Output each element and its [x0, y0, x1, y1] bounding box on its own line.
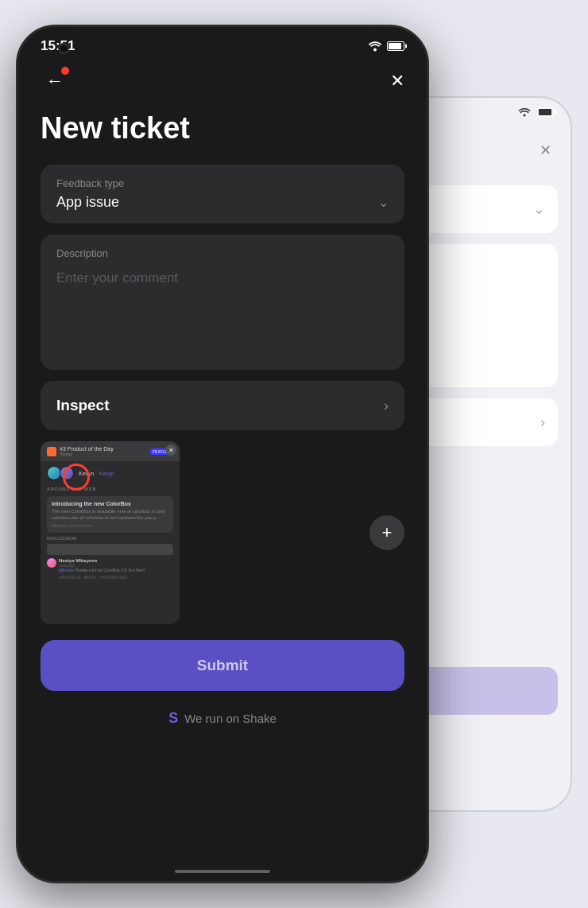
red-highlight-circle — [63, 464, 90, 491]
home-indicator — [175, 870, 270, 873]
mini-article-title: Introducing the new ColorBox — [52, 501, 168, 506]
bg-submit-button — [412, 667, 558, 715]
submit-button[interactable]: Submit — [41, 640, 404, 691]
mini-comment-input — [47, 544, 173, 555]
footer-text: We run on Shake — [184, 712, 277, 725]
mini-discussion-title: DISCUSSION — [47, 536, 173, 541]
mini-commenter-avatar — [47, 558, 56, 568]
feedback-type-value: App issue — [56, 194, 119, 211]
submit-label: Submit — [197, 657, 248, 674]
mini-upvote: UPVOTE 13 · REPLY · 4 HOURS AGO — [59, 575, 145, 580]
bg-inspect-field: › — [412, 398, 558, 446]
dropdown-chevron-icon: ⌄ — [378, 195, 389, 210]
wifi-icon — [368, 41, 382, 52]
mini-article: Introducing the new ColorBox The new Col… — [47, 496, 173, 533]
bg-description-field — [412, 244, 558, 387]
feedback-type-label: Feedback type — [56, 177, 389, 189]
back-arrow-icon: ← — [46, 71, 64, 91]
mini-article-source: Medium • Kevyn Arnett — [52, 523, 168, 528]
mini-section-title: AROUND THE WEB — [41, 485, 180, 493]
screenshot-area: ✕ #3 Product of the Day Today FEATURE Ke… — [18, 441, 427, 624]
description-placeholder: Enter your comment — [56, 270, 389, 286]
battery-icon — [387, 41, 404, 51]
notification-badge — [61, 67, 69, 75]
close-button[interactable]: ✕ — [390, 71, 404, 91]
inspect-chevron-icon: › — [384, 398, 389, 414]
mini-product-name: #3 Product of the Day — [60, 446, 114, 452]
screenshot-close-icon[interactable]: ✕ — [165, 444, 176, 456]
mini-mention: @Kevyn — [59, 568, 74, 572]
status-bar: 15:51 — [18, 27, 427, 60]
status-icons — [368, 41, 404, 52]
shake-logo-icon: S — [168, 710, 178, 727]
bg-form-content: ⌄ › — [412, 185, 558, 446]
bg-battery-icon — [537, 107, 555, 117]
page-header: ← ✕ — [18, 60, 427, 108]
screenshot-preview[interactable]: ✕ #3 Product of the Day Today FEATURE Ke… — [41, 441, 180, 624]
mini-product-icon — [47, 447, 56, 456]
feedback-type-dropdown[interactable]: Feedback type App issue ⌄ — [41, 165, 404, 223]
description-label: Description — [56, 247, 389, 259]
mini-comment-body: Thanks a lot for ColorBox 2.0, Is it fre… — [75, 568, 145, 572]
mini-article-text: The new ColorBox is available now at col… — [52, 509, 168, 522]
page-title: New ticket — [18, 108, 427, 165]
mini-comment-row: Nastya Mikeyeva nastya@... @Kevyn Thanks… — [47, 558, 173, 580]
camera-cutout — [58, 43, 69, 54]
form-content: Feedback type App issue ⌄ Description En… — [18, 165, 427, 430]
description-field[interactable]: Description Enter your comment — [41, 235, 404, 370]
inspect-label: Inspect — [56, 397, 110, 414]
feedback-type-row: App issue ⌄ — [56, 194, 389, 211]
mini-avatars-row: Kevyn Kevyn — [41, 461, 180, 485]
svg-point-1 — [373, 49, 377, 52]
mini-user2: Kevyn — [99, 471, 114, 476]
mini-today: Today — [60, 452, 114, 456]
inspect-button[interactable]: Inspect › — [41, 381, 404, 430]
svg-point-0 — [524, 114, 526, 117]
add-screenshot-button[interactable]: + — [369, 515, 404, 550]
bg-feedback-field: ⌄ — [412, 185, 558, 233]
footer: S We run on Shake — [18, 699, 427, 738]
add-icon: + — [382, 524, 393, 541]
submit-section: Submit — [18, 624, 427, 699]
mini-discussion: DISCUSSION Nastya Mikeyeva nastya@... @K… — [47, 536, 173, 580]
mini-header: #3 Product of the Day Today FEATURE — [41, 441, 180, 461]
back-button[interactable]: ← — [41, 67, 69, 95]
main-phone: 15:51 ← ✕ New ticket — [16, 25, 429, 883]
bg-close-button[interactable]: ✕ — [540, 142, 551, 159]
mini-comment-text: @Kevyn Thanks a lot for ColorBox 2.0, Is… — [59, 568, 145, 573]
